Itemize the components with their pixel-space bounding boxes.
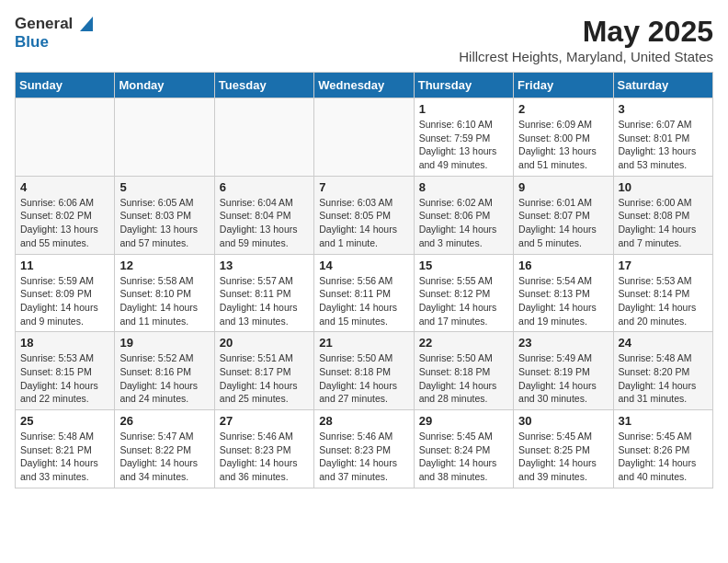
table-row: 15Sunrise: 5:55 AM Sunset: 8:12 PM Dayli… bbox=[414, 254, 513, 332]
month-year: May 2025 bbox=[459, 15, 713, 49]
day-detail: Sunrise: 5:50 AM Sunset: 8:18 PM Dayligh… bbox=[419, 351, 508, 406]
header-wednesday: Wednesday bbox=[314, 73, 414, 98]
week-row-5: 25Sunrise: 5:48 AM Sunset: 8:21 PM Dayli… bbox=[16, 410, 713, 488]
table-row: 13Sunrise: 5:57 AM Sunset: 8:11 PM Dayli… bbox=[214, 254, 313, 332]
day-number: 9 bbox=[518, 180, 608, 194]
table-row: 28Sunrise: 5:46 AM Sunset: 8:23 PM Dayli… bbox=[314, 410, 414, 488]
table-row: 6Sunrise: 6:04 AM Sunset: 8:04 PM Daylig… bbox=[214, 176, 313, 254]
table-row: 12Sunrise: 5:58 AM Sunset: 8:10 PM Dayli… bbox=[115, 254, 214, 332]
day-number: 26 bbox=[119, 414, 209, 428]
header-tuesday: Tuesday bbox=[214, 73, 313, 98]
table-row bbox=[115, 98, 214, 177]
week-row-3: 11Sunrise: 5:59 AM Sunset: 8:09 PM Dayli… bbox=[16, 254, 713, 332]
day-number: 23 bbox=[518, 336, 608, 350]
table-row: 22Sunrise: 5:50 AM Sunset: 8:18 PM Dayli… bbox=[414, 332, 513, 410]
day-number: 8 bbox=[419, 180, 508, 194]
day-number: 17 bbox=[619, 259, 708, 272]
day-detail: Sunrise: 5:48 AM Sunset: 8:21 PM Dayligh… bbox=[20, 430, 109, 484]
day-detail: Sunrise: 5:48 AM Sunset: 8:20 PM Dayligh… bbox=[619, 351, 708, 406]
day-number: 4 bbox=[20, 180, 109, 194]
table-row: 9Sunrise: 6:01 AM Sunset: 8:07 PM Daylig… bbox=[514, 176, 613, 254]
day-detail: Sunrise: 5:57 AM Sunset: 8:11 PM Dayligh… bbox=[220, 274, 309, 328]
table-row bbox=[214, 98, 313, 177]
day-number: 10 bbox=[619, 180, 708, 194]
header-saturday: Saturday bbox=[613, 73, 712, 98]
table-row: 3Sunrise: 6:07 AM Sunset: 8:01 PM Daylig… bbox=[613, 98, 712, 177]
header-friday: Friday bbox=[514, 73, 613, 98]
day-detail: Sunrise: 6:09 AM Sunset: 8:00 PM Dayligh… bbox=[518, 118, 608, 172]
table-row: 4Sunrise: 6:06 AM Sunset: 8:02 PM Daylig… bbox=[16, 176, 115, 254]
table-row: 25Sunrise: 5:48 AM Sunset: 8:21 PM Dayli… bbox=[16, 410, 115, 488]
table-row: 27Sunrise: 5:46 AM Sunset: 8:23 PM Dayli… bbox=[214, 410, 313, 488]
table-row: 5Sunrise: 6:05 AM Sunset: 8:03 PM Daylig… bbox=[115, 176, 214, 254]
day-detail: Sunrise: 5:47 AM Sunset: 8:22 PM Dayligh… bbox=[119, 430, 209, 484]
day-detail: Sunrise: 5:46 AM Sunset: 8:23 PM Dayligh… bbox=[220, 430, 309, 484]
table-row: 14Sunrise: 5:56 AM Sunset: 8:11 PM Dayli… bbox=[314, 254, 414, 332]
day-detail: Sunrise: 5:55 AM Sunset: 8:12 PM Dayligh… bbox=[419, 274, 508, 328]
day-detail: Sunrise: 6:06 AM Sunset: 8:02 PM Dayligh… bbox=[20, 196, 109, 250]
day-detail: Sunrise: 5:46 AM Sunset: 8:23 PM Dayligh… bbox=[319, 430, 408, 484]
table-row bbox=[314, 98, 414, 177]
day-number: 14 bbox=[319, 259, 408, 272]
day-number: 19 bbox=[119, 336, 209, 350]
day-number: 25 bbox=[20, 414, 109, 428]
day-number: 30 bbox=[518, 414, 608, 428]
day-number: 2 bbox=[518, 102, 608, 116]
table-row: 20Sunrise: 5:51 AM Sunset: 8:17 PM Dayli… bbox=[214, 332, 313, 410]
table-row: 16Sunrise: 5:54 AM Sunset: 8:13 PM Dayli… bbox=[514, 254, 613, 332]
table-row: 11Sunrise: 5:59 AM Sunset: 8:09 PM Dayli… bbox=[16, 254, 115, 332]
day-detail: Sunrise: 5:54 AM Sunset: 8:13 PM Dayligh… bbox=[518, 274, 608, 328]
logo-blue-text: Blue bbox=[15, 33, 49, 52]
title-area: May 2025 Hillcrest Heights, Maryland, Un… bbox=[459, 15, 713, 64]
day-number: 5 bbox=[119, 180, 209, 194]
day-number: 3 bbox=[619, 102, 708, 116]
day-number: 20 bbox=[220, 336, 309, 350]
table-row: 1Sunrise: 6:10 AM Sunset: 7:59 PM Daylig… bbox=[414, 98, 513, 177]
day-number: 11 bbox=[20, 259, 109, 272]
day-detail: Sunrise: 5:53 AM Sunset: 8:15 PM Dayligh… bbox=[20, 351, 109, 406]
header-monday: Monday bbox=[115, 73, 214, 98]
day-detail: Sunrise: 5:59 AM Sunset: 8:09 PM Dayligh… bbox=[20, 274, 109, 328]
day-detail: Sunrise: 6:10 AM Sunset: 7:59 PM Dayligh… bbox=[419, 118, 508, 172]
table-row: 24Sunrise: 5:48 AM Sunset: 8:20 PM Dayli… bbox=[613, 332, 712, 410]
day-detail: Sunrise: 5:45 AM Sunset: 8:26 PM Dayligh… bbox=[619, 430, 708, 484]
day-detail: Sunrise: 5:51 AM Sunset: 8:17 PM Dayligh… bbox=[220, 351, 309, 406]
logo-general-text: General bbox=[15, 15, 73, 33]
day-detail: Sunrise: 5:45 AM Sunset: 8:25 PM Dayligh… bbox=[518, 430, 608, 484]
day-number: 13 bbox=[220, 259, 309, 272]
weekday-header-row: Sunday Monday Tuesday Wednesday Thursday… bbox=[16, 73, 713, 98]
table-row bbox=[16, 98, 115, 177]
day-number: 1 bbox=[419, 102, 508, 116]
week-row-1: 1Sunrise: 6:10 AM Sunset: 7:59 PM Daylig… bbox=[16, 98, 713, 177]
day-detail: Sunrise: 6:03 AM Sunset: 8:05 PM Dayligh… bbox=[319, 196, 408, 250]
header-sunday: Sunday bbox=[16, 73, 115, 98]
day-detail: Sunrise: 6:00 AM Sunset: 8:08 PM Dayligh… bbox=[619, 196, 708, 250]
table-row: 29Sunrise: 5:45 AM Sunset: 8:24 PM Dayli… bbox=[414, 410, 513, 488]
day-number: 27 bbox=[220, 414, 309, 428]
table-row: 10Sunrise: 6:00 AM Sunset: 8:08 PM Dayli… bbox=[613, 176, 712, 254]
logo: General Blue bbox=[15, 15, 93, 52]
day-number: 29 bbox=[419, 414, 508, 428]
day-number: 18 bbox=[20, 336, 109, 350]
table-row: 18Sunrise: 5:53 AM Sunset: 8:15 PM Dayli… bbox=[16, 332, 115, 410]
table-row: 17Sunrise: 5:53 AM Sunset: 8:14 PM Dayli… bbox=[613, 254, 712, 332]
day-number: 22 bbox=[419, 336, 508, 350]
day-number: 28 bbox=[319, 414, 408, 428]
svg-marker-0 bbox=[80, 17, 93, 31]
location: Hillcrest Heights, Maryland, United Stat… bbox=[459, 49, 713, 64]
table-row: 30Sunrise: 5:45 AM Sunset: 8:25 PM Dayli… bbox=[514, 410, 613, 488]
day-number: 31 bbox=[619, 414, 708, 428]
day-number: 24 bbox=[619, 336, 708, 350]
calendar: Sunday Monday Tuesday Wednesday Thursday… bbox=[15, 72, 713, 488]
day-number: 16 bbox=[518, 259, 608, 272]
table-row: 21Sunrise: 5:50 AM Sunset: 8:18 PM Dayli… bbox=[314, 332, 414, 410]
table-row: 2Sunrise: 6:09 AM Sunset: 8:00 PM Daylig… bbox=[514, 98, 613, 177]
day-detail: Sunrise: 6:05 AM Sunset: 8:03 PM Dayligh… bbox=[119, 196, 209, 250]
day-detail: Sunrise: 5:52 AM Sunset: 8:16 PM Dayligh… bbox=[119, 351, 209, 406]
day-number: 15 bbox=[419, 259, 508, 272]
day-number: 7 bbox=[319, 180, 408, 194]
day-detail: Sunrise: 6:04 AM Sunset: 8:04 PM Dayligh… bbox=[220, 196, 309, 250]
day-detail: Sunrise: 6:07 AM Sunset: 8:01 PM Dayligh… bbox=[619, 118, 708, 172]
week-row-2: 4Sunrise: 6:06 AM Sunset: 8:02 PM Daylig… bbox=[16, 176, 713, 254]
day-number: 6 bbox=[220, 180, 309, 194]
